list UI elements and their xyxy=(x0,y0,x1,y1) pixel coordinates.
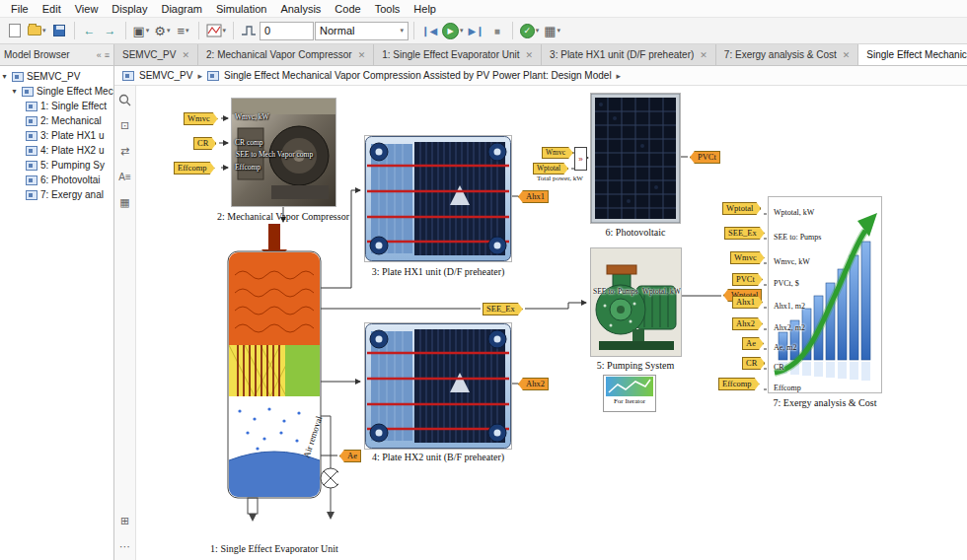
zoom-icon[interactable] xyxy=(117,92,133,107)
new-model-button[interactable] xyxy=(5,20,25,41)
tab-exergy-analysis[interactable]: 7: Exergy analysis & Cost✕ xyxy=(716,44,858,65)
close-icon[interactable]: ✕ xyxy=(182,50,189,60)
from-tag-ahx1-ex[interactable]: Ahx1 xyxy=(732,296,763,309)
close-icon[interactable]: ✕ xyxy=(358,50,366,60)
tab-plate-hx1[interactable]: 3: Plate HX1 unit (D/F preheater)✕ xyxy=(542,44,716,65)
annotation-icon[interactable]: A≡ xyxy=(117,169,133,184)
block-mechanical-vapor-compressor[interactable]: Wmvc, kW CR comp SEE to Mech Vapor comp … xyxy=(231,98,336,207)
collapse-icon[interactable]: « xyxy=(97,50,102,60)
tree-item-pumping[interactable]: 5: Pumping Sy xyxy=(0,158,113,173)
folder-icon xyxy=(28,26,41,35)
tab-mechanical-vapor-compressor[interactable]: 2: Mechanical Vapor Compressor✕ xyxy=(198,44,374,65)
library-browser-button[interactable]: ▣▾ xyxy=(131,20,152,41)
signal-spec-button[interactable] xyxy=(239,20,259,41)
model-settings-button[interactable]: ⚙▾ xyxy=(152,20,172,41)
block-plate-hx1[interactable] xyxy=(364,135,512,262)
close-icon[interactable]: ✕ xyxy=(526,50,534,60)
menu-display[interactable]: Display xyxy=(105,2,154,16)
tree-item-label: SEMVC_PV xyxy=(27,71,80,82)
menu-view[interactable]: View xyxy=(68,2,106,16)
subsystem-icon xyxy=(26,116,37,126)
block-for-iterator[interactable]: For Iterator xyxy=(603,375,656,412)
menu-file[interactable]: File xyxy=(4,2,36,16)
tree-item-photovoltaic[interactable]: 6: Photovoltai xyxy=(0,173,113,187)
from-tag-wmvc-ex[interactable]: Wmvc xyxy=(730,251,765,264)
menu-edit[interactable]: Edit xyxy=(36,2,68,16)
block-plate-hx2[interactable] xyxy=(364,322,512,450)
tree-item-hx1[interactable]: 3: Plate HX1 u xyxy=(0,128,113,143)
block-single-effect-evaporator[interactable]: Air removal xyxy=(210,224,338,539)
from-tag-pvct-ex[interactable]: PVCt xyxy=(732,273,763,286)
from-tag-see-ex-ex[interactable]: SEE_Ex xyxy=(724,227,765,240)
from-tag-cr-ex[interactable]: CR xyxy=(742,357,765,370)
zoom-controls-icon[interactable]: ⊞ xyxy=(117,513,133,528)
from-tag-ahx2-ex[interactable]: Ahx2 xyxy=(732,317,763,330)
step-forward-button[interactable]: ▶❙ xyxy=(467,20,486,41)
tab-single-effect-evaporator[interactable]: 1: Single Effect Evaporator Unit✕ xyxy=(374,44,542,65)
sim-mode-select[interactable]: Normal▾ xyxy=(315,22,409,40)
close-icon[interactable]: ✕ xyxy=(843,50,851,60)
tree-item-hx2[interactable]: 4: Plate HX2 u xyxy=(0,143,113,158)
from-tag-wptotal-ex[interactable]: Wptotal xyxy=(722,202,761,215)
from-tag-see-ex[interactable]: SEE_Ex xyxy=(483,303,523,315)
from-tag-effcomp[interactable]: Effcomp xyxy=(174,162,215,175)
tab-semvc-pv[interactable]: SEMVC_PV✕ xyxy=(114,44,198,65)
model-hierarchy-button[interactable]: ≡▾ xyxy=(174,20,193,41)
scope-button[interactable]: ▾ xyxy=(204,20,229,41)
twisty-icon[interactable]: ▾ xyxy=(0,72,9,81)
tree-item-model[interactable]: ▾Single Effect Mecha xyxy=(0,84,113,99)
sum-block[interactable]: » xyxy=(574,147,587,171)
breadcrumb-current[interactable]: Single Effect Mechanical Vapor Compressi… xyxy=(224,70,612,81)
menu-code[interactable]: Code xyxy=(328,2,367,16)
menu-icon[interactable]: ≡ xyxy=(105,50,110,60)
menu-analysis[interactable]: Analysis xyxy=(273,2,328,16)
open-model-button[interactable]: ▾ xyxy=(26,20,48,41)
update-diagram-button[interactable]: ✓▾ xyxy=(518,20,542,41)
tree-item-exergy[interactable]: 7: Exergy anal xyxy=(0,187,113,202)
tab-design-model[interactable]: Single Effect Mechanical Vapor Compressi… xyxy=(858,44,967,65)
save-button[interactable] xyxy=(49,20,69,41)
from-tag-wptotal-pv[interactable]: Wptotal xyxy=(533,163,568,175)
subsystem-icon xyxy=(26,131,37,141)
sample-time-icon[interactable]: ▦ xyxy=(117,194,133,210)
model-canvas[interactable]: Wmvc, kW CR comp SEE to Mech Vapor comp … xyxy=(136,86,967,560)
model-browser-tree: ▾SEMVC_PV ▾Single Effect Mecha 1: Single… xyxy=(0,66,114,560)
chevron-down-icon: ▾ xyxy=(460,27,464,35)
block-photovoltaic[interactable] xyxy=(590,93,681,224)
pan-arrows-icon[interactable]: ⇄ xyxy=(117,143,133,159)
stop-button[interactable]: ■ xyxy=(487,20,507,41)
breadcrumb-root[interactable]: SEMVC_PV xyxy=(139,70,192,81)
exergy-port-label: Wptotal, kW xyxy=(774,208,814,217)
run-button[interactable]: ▶▾ xyxy=(440,20,466,41)
goto-tag-ahx1[interactable]: Ahx1 xyxy=(518,190,549,203)
menu-simulation[interactable]: Simulation xyxy=(209,2,273,16)
tree-item-root[interactable]: ▾SEMVC_PV xyxy=(0,69,113,84)
from-tag-effcomp-ex[interactable]: Effcomp xyxy=(718,378,760,390)
step-back-button[interactable]: ❙◀ xyxy=(419,20,439,41)
goto-tag-ahx2[interactable]: Ahx2 xyxy=(518,378,549,390)
close-icon[interactable]: ✕ xyxy=(700,50,707,60)
tab-label: 2: Mechanical Vapor Compressor xyxy=(206,49,352,60)
stop-time-input[interactable] xyxy=(260,22,314,40)
build-button[interactable]: ▦▾ xyxy=(542,20,562,41)
back-button[interactable]: ← xyxy=(80,20,100,41)
iterator-caption: For Iterator xyxy=(614,397,645,405)
block-exergy-analysis[interactable] xyxy=(768,196,882,393)
menu-diagram[interactable]: Diagram xyxy=(154,2,209,16)
menu-tools[interactable]: Tools xyxy=(368,2,408,16)
forward-button[interactable]: → xyxy=(101,20,120,41)
tree-item-evaporator[interactable]: 1: Single Effect xyxy=(0,99,113,113)
goto-tag-pvct[interactable]: PVCt xyxy=(690,151,720,164)
fit-view-icon[interactable]: ⊡ xyxy=(117,117,133,133)
menu-help[interactable]: Help xyxy=(407,2,443,16)
more-tools-icon[interactable]: ⋯ xyxy=(117,538,133,554)
from-tag-wmvc-pv[interactable]: Wmvc xyxy=(542,147,573,159)
from-tag-cr[interactable]: CR xyxy=(193,137,216,150)
from-tag-wmvc[interactable]: Wmvc xyxy=(184,112,218,125)
chevron-down-icon: ▾ xyxy=(223,27,227,35)
block-pumping-system[interactable] xyxy=(590,247,682,357)
tree-item-compressor[interactable]: 2: Mechanical xyxy=(0,113,113,128)
twisty-icon[interactable]: ▾ xyxy=(10,87,19,96)
chevron-down-icon: ▾ xyxy=(167,27,171,35)
tree-item-label: 6: Photovoltai xyxy=(40,175,101,185)
